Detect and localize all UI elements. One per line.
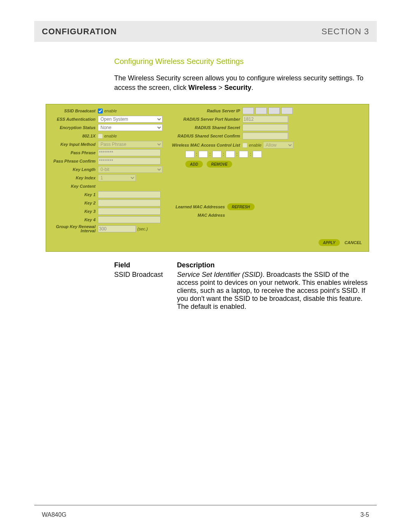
footer-rule [34, 505, 377, 505]
table-row-description: Service Set Identifier (SSID). Broadcast… [177, 271, 369, 311]
ssid-broadcast-label: SSID Broadcast [48, 109, 98, 113]
radius-secret-input[interactable] [242, 124, 288, 131]
field-description-table: Field Description SSID Broadcast Service… [114, 261, 369, 311]
pass-phrase-confirm-label: Pass Phrase Confirm [48, 159, 98, 163]
radius-ip-octet-1[interactable] [242, 107, 254, 114]
learned-mac-label: Learned MAC Addresses [170, 204, 227, 209]
security-screenshot: SSID Broadcast enable ESS Authentication… [46, 104, 369, 252]
encryption-status-label: Encryption Status [48, 125, 98, 130]
group-key-label: Group Key Renewal Interval [48, 225, 98, 233]
radius-secret-label: RADIUS Shared Secret [170, 125, 242, 130]
mac-input-3[interactable] [212, 151, 221, 158]
key4-input[interactable] [98, 216, 161, 223]
pass-phrase-input[interactable] [98, 149, 161, 156]
mac-control-enable-text: enable [249, 143, 261, 147]
mac-input-4[interactable] [226, 151, 235, 158]
remove-button[interactable]: REMOVE [207, 161, 232, 168]
intro-end: . [252, 84, 253, 91]
apply-button[interactable]: APPLY [319, 239, 340, 246]
mac-input-1[interactable] [185, 151, 194, 158]
add-button[interactable]: ADD [185, 161, 203, 168]
key-input-method-select[interactable]: Pass Phrase [98, 141, 162, 148]
key-index-label: Key Index [48, 176, 98, 180]
mac-control-mode-select[interactable]: Allow [263, 142, 293, 149]
key1-label: Key 1 [48, 192, 98, 197]
intro-paragraph: The Wireless Security screen allows you … [114, 73, 369, 93]
refresh-button[interactable]: REFRESH [227, 203, 255, 210]
group-key-unit: (sec.) [137, 227, 148, 231]
mac-control-checkbox[interactable] [242, 143, 247, 148]
page-header: CONFIGURATION SECTION 3 [34, 21, 377, 42]
mac-input-5[interactable] [239, 151, 248, 158]
radius-ip-label: Radius Server IP [170, 109, 242, 113]
mac-input-2[interactable] [199, 151, 208, 158]
section-heading: Configuring Wireless Security Settings [114, 57, 369, 66]
table-header-description: Description [177, 261, 369, 269]
radius-ip-octet-2[interactable] [255, 107, 267, 114]
key2-input[interactable] [98, 200, 161, 206]
key4-label: Key 4 [48, 217, 98, 222]
key3-label: Key 3 [48, 209, 98, 214]
mac-address-label: MAC Address [170, 213, 227, 217]
mac-input-6[interactable] [253, 151, 262, 158]
pass-phrase-label: Pass Phrase [48, 150, 98, 155]
table-row-field: SSID Broadcast [114, 271, 177, 311]
group-key-input[interactable] [98, 225, 136, 232]
radius-port-label: RADIUS Server Port Number [170, 117, 242, 121]
intro-bold-security: Security [224, 84, 251, 91]
ess-auth-select[interactable]: Open System [98, 116, 162, 123]
key-index-select[interactable]: 1 [98, 174, 136, 181]
footer-page: 3-5 [360, 511, 369, 518]
radius-port-input[interactable] [242, 116, 288, 123]
ess-auth-label: ESS Authentication [48, 117, 98, 121]
key-content-label: Key Content [48, 184, 98, 189]
cancel-button[interactable]: CANCEL [344, 240, 362, 245]
header-title: CONFIGURATION [42, 27, 117, 37]
desc-italic: Service Set Identifier (SSID) [177, 271, 263, 278]
header-section: SECTION 3 [322, 27, 369, 37]
intro-sep: > [217, 84, 225, 91]
radius-secret-confirm-label: RADIUS Shared Secret Confirm [170, 134, 242, 138]
radius-ip-octet-3[interactable] [268, 107, 280, 114]
ssid-broadcast-checkbox[interactable] [98, 109, 103, 113]
dot1x-enable-text: enable [104, 134, 117, 138]
radius-ip-octet-4[interactable] [281, 107, 293, 114]
table-header-field: Field [114, 261, 177, 269]
mac-control-label: Wireless MAC Access Control List [170, 143, 242, 147]
dot1x-checkbox[interactable] [98, 134, 103, 139]
key1-input[interactable] [98, 191, 161, 198]
ssid-broadcast-enable-text: enable [104, 109, 117, 113]
key-length-label: Key Length [48, 167, 98, 172]
key-length-select[interactable]: 0-bit [98, 166, 162, 173]
key3-input[interactable] [98, 208, 161, 215]
encryption-status-select[interactable]: None [98, 124, 162, 131]
pass-phrase-confirm-input[interactable] [98, 158, 161, 165]
page-footer: WA840G 3-5 [42, 511, 369, 518]
key-input-method-label: Key Input Method [48, 142, 98, 147]
dot1x-label: 802.1X [48, 134, 98, 138]
intro-bold-wireless: Wireless [188, 84, 217, 91]
footer-model: WA840G [42, 511, 66, 518]
key2-label: Key 2 [48, 201, 98, 205]
radius-secret-confirm-input[interactable] [242, 133, 288, 139]
